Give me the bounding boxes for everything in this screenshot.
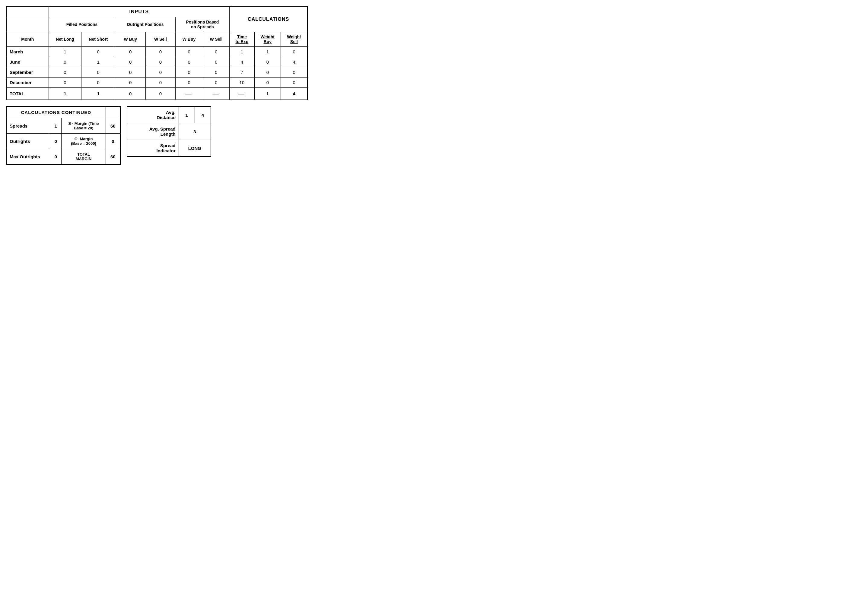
w-sell-1-cell: 0: [146, 77, 175, 88]
cc-mid-label: TOTALMARGIN: [62, 149, 105, 165]
avg-distance-sell: 4: [195, 107, 211, 123]
net-long-cell: 1: [48, 47, 81, 57]
cc-result: 0: [105, 134, 120, 149]
cc-row-value: 0: [50, 149, 62, 165]
total-w-buy-1: 0: [115, 88, 146, 100]
w-buy-1-cell: 0: [115, 57, 146, 67]
filled-positions-header: Filled Positions: [48, 17, 115, 32]
cc-row-value: 1: [50, 118, 62, 134]
total-net-short: 1: [81, 88, 115, 100]
weight-sell-cell: 4: [281, 57, 307, 67]
table-row: June 0 1 0 0 0 0 4 0 4: [6, 57, 307, 67]
avg-distance-label: Avg.Distance: [127, 107, 178, 123]
col-net-long: Net Long: [48, 32, 81, 47]
col-weight-buy: Weight Buy: [254, 32, 281, 47]
net-short-cell: 1: [81, 57, 115, 67]
cc-row-label: Max Outrights: [6, 149, 50, 165]
weight-buy-cell: 0: [254, 67, 281, 77]
cc-result: 60: [105, 149, 120, 165]
inputs-header: INPUTS: [48, 6, 229, 17]
col-net-short: Net Short: [81, 32, 115, 47]
weight-sell-cell: 0: [281, 47, 307, 57]
cc-mid-label: S - Margin (TimeBase = 20): [62, 118, 105, 134]
time-exp-cell: 7: [229, 67, 254, 77]
col-w-sell-1: W Sell: [146, 32, 175, 47]
month-cell: March: [6, 47, 48, 57]
w-buy-1-cell: 0: [115, 47, 146, 57]
w-buy-1-cell: 0: [115, 67, 146, 77]
net-short-cell: 0: [81, 67, 115, 77]
w-sell-2-cell: 0: [203, 67, 229, 77]
table-row: September 0 0 0 0 0 0 7 0 0: [6, 67, 307, 77]
col-time-exp: Time to Exp: [229, 32, 254, 47]
weight-buy-cell: 1: [254, 47, 281, 57]
table-row: March 1 0 0 0 0 0 1 1 0: [6, 47, 307, 57]
cc-row-label: Outrights: [6, 134, 50, 149]
w-buy-1-cell: 0: [115, 77, 146, 88]
calculations-header: CALCULATIONS: [229, 6, 307, 32]
w-buy-2-cell: 0: [175, 47, 203, 57]
bottom-section: CALCULATIONS CONTINUED Spreads 1 S - Mar…: [6, 106, 308, 165]
w-sell-1-cell: 0: [146, 47, 175, 57]
calc-continued-table: CALCULATIONS CONTINUED Spreads 1 S - Mar…: [6, 106, 121, 165]
weight-buy-cell: 0: [254, 77, 281, 88]
cc-row-value: 0: [50, 134, 62, 149]
outright-positions-header: Outright Positions: [115, 17, 175, 32]
spread-indicator-value: LONG: [178, 140, 211, 157]
w-sell-2-cell: 0: [203, 57, 229, 67]
total-label: TOTAL: [6, 88, 48, 100]
calc-continued-header: CALCULATIONS CONTINUED: [6, 107, 105, 118]
col-month: Month: [6, 32, 48, 47]
total-w-sell-1: 0: [146, 88, 175, 100]
summary-table: Avg.Distance 1 4 Avg. SpreadLength 3 Spr…: [127, 106, 211, 157]
net-long-cell: 0: [48, 57, 81, 67]
weight-sell-cell: 0: [281, 67, 307, 77]
time-exp-cell: 4: [229, 57, 254, 67]
total-time-exp: —: [229, 88, 254, 100]
w-sell-2-cell: 0: [203, 77, 229, 88]
cc-result: 60: [105, 118, 120, 134]
month-cell: December: [6, 77, 48, 88]
net-short-cell: 0: [81, 47, 115, 57]
page-wrapper: INPUTS CALCULATIONS Filled Positions Out…: [6, 6, 308, 165]
col-w-buy-2: W Buy: [175, 32, 203, 47]
cc-row-label: Spreads: [6, 118, 50, 134]
avg-distance-row: Avg.Distance 1 4: [127, 107, 211, 123]
month-cell: June: [6, 57, 48, 67]
w-buy-2-cell: 0: [175, 77, 203, 88]
cc-mid-label: O- Margin(Base = 2000): [62, 134, 105, 149]
weight-buy-cell: 0: [254, 57, 281, 67]
avg-spread-length-value: 3: [178, 123, 211, 140]
avg-distance-buy: 1: [178, 107, 195, 123]
net-long-cell: 0: [48, 67, 81, 77]
net-short-cell: 0: [81, 77, 115, 88]
month-cell: September: [6, 67, 48, 77]
w-sell-2-cell: 0: [203, 47, 229, 57]
total-w-sell-2: —: [203, 88, 229, 100]
weight-sell-cell: 0: [281, 77, 307, 88]
time-exp-cell: 1: [229, 47, 254, 57]
table-row: December 0 0 0 0 0 0 10 0 0: [6, 77, 307, 88]
col-weight-sell: Weight Sell: [281, 32, 307, 47]
total-weight-sell: 4: [281, 88, 307, 100]
spread-indicator-row: SpreadIndicator LONG: [127, 140, 211, 157]
col-w-buy-1: W Buy: [115, 32, 146, 47]
spread-indicator-label: SpreadIndicator: [127, 140, 178, 157]
w-buy-2-cell: 0: [175, 67, 203, 77]
col-w-sell-2: W Sell: [203, 32, 229, 47]
net-long-cell: 0: [48, 77, 81, 88]
w-sell-1-cell: 0: [146, 57, 175, 67]
w-sell-1-cell: 0: [146, 67, 175, 77]
avg-spread-length-label: Avg. SpreadLength: [127, 123, 178, 140]
total-net-long: 1: [48, 88, 81, 100]
total-row: TOTAL 1 1 0 0 — — — 1 4: [6, 88, 307, 100]
w-buy-2-cell: 0: [175, 57, 203, 67]
avg-spread-length-row: Avg. SpreadLength 3: [127, 123, 211, 140]
calc-cont-row: Max Outrights 0 TOTALMARGIN 60: [6, 149, 120, 165]
total-w-buy-2: —: [175, 88, 203, 100]
total-weight-buy: 1: [254, 88, 281, 100]
positions-based-spreads-header: Positions Based on Spreads: [175, 17, 229, 32]
calc-cont-row: Spreads 1 S - Margin (TimeBase = 20) 60: [6, 118, 120, 134]
main-table: INPUTS CALCULATIONS Filled Positions Out…: [6, 6, 308, 100]
time-exp-cell: 10: [229, 77, 254, 88]
